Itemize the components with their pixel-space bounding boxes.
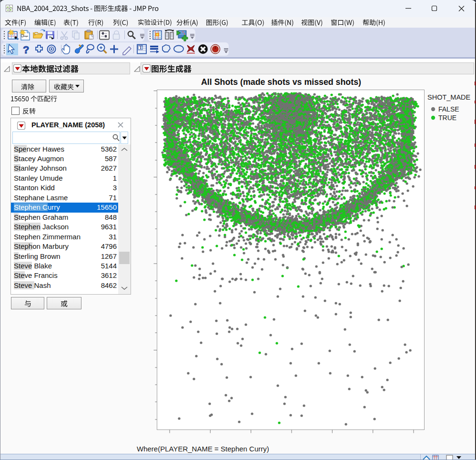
svg-text:?: ? xyxy=(23,44,29,56)
svg-text:T: T xyxy=(139,45,142,50)
